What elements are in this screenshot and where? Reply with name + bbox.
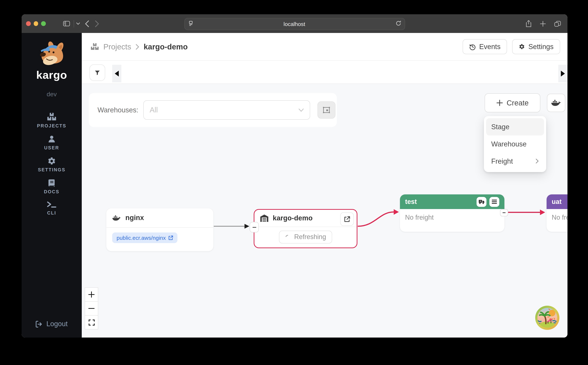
create-button[interactable]: Create [485,93,540,112]
chevron-right-icon [536,157,539,165]
close-window-button[interactable] [26,21,31,26]
menu-item-label: Warehouse [491,140,527,148]
plus-icon [496,100,503,106]
hamburger-icon [492,200,497,204]
forward-button[interactable] [95,20,99,27]
menu-item-freight[interactable]: Freight [486,153,544,170]
node-test[interactable]: test [400,194,504,232]
object-group-button[interactable] [318,101,336,119]
logout-icon [36,321,43,328]
node-kargo-demo[interactable]: kargo-demo Refres [254,209,357,248]
browser-chrome: localhost [22,14,567,33]
settings-label: Settings [529,43,553,51]
sidebar-item-user[interactable]: USER [44,135,59,150]
tab-overview-icon[interactable] [554,21,561,27]
image-repo-chip[interactable]: public.ecr.aws/nginx [112,232,178,243]
boxes-icon [47,112,57,121]
minus-icon [503,212,506,213]
logout-button[interactable]: Logout [36,320,68,328]
pipeline-canvas[interactable]: Warehouses: All [82,84,567,337]
screen: localhost [0,0,588,365]
warehouses-select-value: All [150,106,298,114]
page-header: Projects kargo-demo Events [82,33,567,61]
refreshing-status[interactable]: Refreshing [279,231,332,244]
zoom-out-button[interactable] [85,301,98,316]
chevron-down-icon [298,108,304,112]
minimize-window-button[interactable] [34,21,38,26]
user-icon [47,135,56,143]
warehouses-filter-card: Warehouses: All [89,93,337,127]
external-link-icon [344,216,350,222]
node-uat[interactable]: uat No freight [547,194,567,232]
canvas-zoom-controls [85,287,98,330]
events-label: Events [479,43,501,51]
page-settings-icon[interactable] [188,21,193,27]
book-icon [47,179,56,187]
app-sidebar: kargo dev PROJECTS [22,33,82,337]
gear-icon [519,43,525,50]
stage-body-text: No freight [547,209,567,226]
kargo-logo[interactable]: kargo [34,41,69,81]
image-repo-text: public.ecr.aws/nginx [116,235,166,241]
filter-button[interactable] [89,64,105,81]
chevron-down-icon[interactable] [76,22,80,25]
traffic-lights [26,21,46,26]
zoom-window-button[interactable] [41,21,46,26]
fullscreen-icon [88,319,95,326]
graph-toolbar [82,61,567,84]
sidebar-item-label: DOCS [44,189,59,194]
sidebar-item-label: CLI [47,211,56,216]
sidebar-item-cli[interactable]: CLI [47,201,57,216]
stage-menu-button[interactable] [489,197,499,207]
terminal-icon [47,201,57,209]
breadcrumb: Projects kargo-demo [91,42,188,51]
reload-icon[interactable] [396,21,401,28]
app-shell: kargo dev PROJECTS [22,33,567,337]
scroll-right-button[interactable] [558,65,567,82]
history-icon [469,43,476,50]
menu-item-warehouse[interactable]: Warehouse [486,135,544,153]
menu-item-stage[interactable]: Stage [486,118,544,135]
logout-label: Logout [46,320,68,328]
stage-title: uat [552,198,562,206]
docker-button[interactable] [547,94,565,112]
sidebar-item-projects[interactable]: PROJECTS [37,112,66,128]
events-button[interactable]: Events [463,39,507,54]
collapse-handle[interactable] [250,222,259,232]
open-warehouse-button[interactable] [340,212,354,226]
settings-button[interactable]: Settings [512,39,560,54]
node-title: nginx [125,214,144,222]
header-buttons: Events Settings [463,39,560,54]
sidebar-item-docs[interactable]: DOCS [44,179,59,194]
browser-window: localhost [22,14,567,337]
chevron-right-icon [136,44,139,49]
share-icon[interactable] [526,20,531,27]
sidebar-item-settings[interactable]: SETTINGS [38,157,66,172]
triangle-left-icon [115,71,119,77]
new-tab-icon[interactable] [540,21,546,27]
breadcrumb-projects[interactable]: Projects [103,42,131,51]
triangle-right-icon [561,71,565,77]
sidebar-nav: PROJECTS USER SETTINGS [37,112,66,216]
sidebar-item-label: USER [44,145,59,150]
freight-truck-button[interactable] [477,197,486,207]
warehouses-label: Warehouses: [97,106,138,114]
sidebar-toggle-icon[interactable] [63,21,70,26]
spinner-icon [285,234,291,240]
kargo-mascot-icon [34,41,69,68]
address-bar[interactable]: localhost [184,18,405,30]
node-nginx[interactable]: nginx public.ecr.aws/nginx [106,208,213,251]
scroll-left-button[interactable] [112,65,121,82]
fit-view-button[interactable] [85,315,98,330]
warehouse-icon [260,215,268,222]
warehouses-select[interactable]: All [144,100,310,120]
zoom-in-button[interactable] [85,287,98,302]
stage-title: test [405,198,417,206]
kargo-wordmark: kargo [34,69,69,81]
chrome-divider [73,20,74,27]
create-label: Create [507,99,529,107]
collapse-handle[interactable] [500,209,508,216]
back-button[interactable] [85,20,89,27]
island-badge-icon [535,305,560,330]
menu-item-label: Freight [491,157,513,165]
